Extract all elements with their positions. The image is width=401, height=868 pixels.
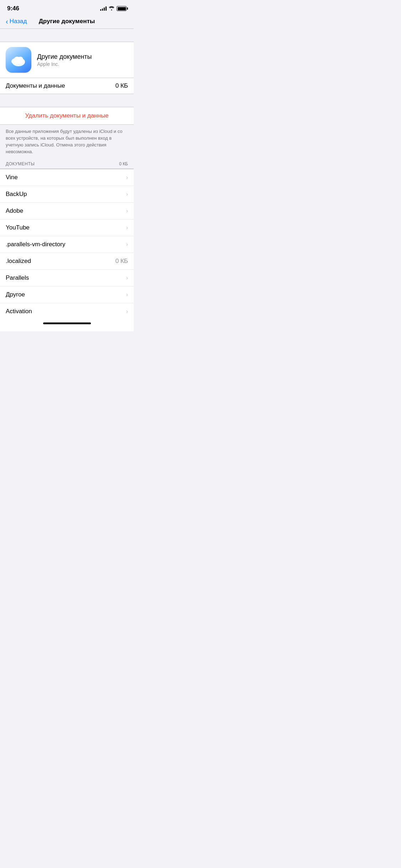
list-item-right: ›: [126, 308, 128, 315]
documents-header-label: ДОКУМЕНТЫ: [6, 161, 35, 166]
app-info-text: Другие документы Apple Inc.: [37, 53, 92, 67]
list-item-right: ›: [126, 208, 128, 214]
list-item[interactable]: BackUp›: [0, 186, 134, 203]
home-indicator: [43, 322, 91, 324]
list-item-label: Adobe: [6, 207, 23, 215]
app-icon: [6, 47, 31, 73]
list-item-right: ›: [126, 291, 128, 298]
list-item[interactable]: Activation›: [0, 303, 134, 320]
list-item-label: .localized: [6, 258, 31, 265]
chevron-right-icon: ›: [126, 174, 128, 181]
list-item[interactable]: Parallels›: [0, 270, 134, 286]
list-item[interactable]: .parallels-vm-directory›: [0, 236, 134, 253]
wifi-icon: [109, 6, 114, 11]
delete-button-label[interactable]: Удалить документы и данные: [25, 112, 108, 119]
delete-button-row[interactable]: Удалить документы и данные: [0, 107, 134, 125]
list-item-label: BackUp: [6, 191, 27, 198]
status-time: 9:46: [7, 5, 19, 12]
page-title: Другие документы: [39, 18, 95, 25]
chevron-right-icon: ›: [126, 208, 128, 214]
list-item-label: Parallels: [6, 274, 29, 281]
storage-row: Документы и данные 0 КБ: [0, 78, 134, 94]
chevron-right-icon: ›: [126, 275, 128, 281]
list-item-label: Vine: [6, 174, 18, 181]
back-chevron-icon: ‹: [6, 18, 8, 25]
signal-icon: [100, 6, 107, 11]
list-item-label: YouTube: [6, 224, 30, 231]
storage-value: 0 КБ: [115, 82, 128, 89]
section-gap-top: [0, 29, 134, 42]
list-item-right: ›: [126, 191, 128, 197]
app-developer: Apple Inc.: [37, 61, 92, 67]
list-item-right: ›: [126, 174, 128, 181]
storage-label: Документы и данные: [6, 82, 65, 89]
chevron-right-icon: ›: [126, 308, 128, 315]
list-item[interactable]: .localized0 КБ: [0, 253, 134, 270]
delete-description-text: Все данные приложения будут удалены из i…: [6, 128, 128, 155]
list-item[interactable]: YouTube›: [0, 219, 134, 236]
svg-point-4: [17, 57, 23, 62]
list-item-value: 0 КБ: [115, 258, 128, 265]
list-item[interactable]: Adobe›: [0, 203, 134, 219]
list-container: Vine›BackUp›Adobe›YouTube›.parallels-vm-…: [0, 169, 134, 320]
navigation-bar: ‹ Назад Другие документы: [0, 15, 134, 29]
chevron-right-icon: ›: [126, 224, 128, 231]
list-item-label: Activation: [6, 308, 32, 315]
back-button[interactable]: ‹ Назад: [6, 18, 27, 25]
list-item[interactable]: Vine›: [0, 169, 134, 186]
battery-icon: [117, 6, 127, 11]
delete-section: Удалить документы и данные Все данные пр…: [0, 107, 134, 169]
status-bar: 9:46: [0, 0, 134, 15]
back-label: Назад: [10, 18, 27, 25]
list-item-right: ›: [126, 275, 128, 281]
app-info-card: Другие документы Apple Inc.: [0, 42, 134, 78]
section-gap-middle: [0, 94, 134, 107]
chevron-right-icon: ›: [126, 191, 128, 197]
app-name: Другие документы: [37, 53, 92, 61]
chevron-right-icon: ›: [126, 241, 128, 248]
chevron-right-icon: ›: [126, 291, 128, 298]
list-item-right: ›: [126, 224, 128, 231]
documents-header-value: 0 КБ: [119, 161, 128, 166]
delete-description: Все данные приложения будут удалены из i…: [0, 125, 134, 159]
status-icons: [100, 6, 127, 11]
home-indicator-area: [0, 320, 134, 331]
list-item[interactable]: Другое›: [0, 286, 134, 303]
list-item-label: Другое: [6, 291, 25, 298]
list-item-right: ›: [126, 241, 128, 248]
list-item-label: .parallels-vm-directory: [6, 241, 65, 248]
documents-header-row: ДОКУМЕНТЫ 0 КБ: [0, 159, 134, 169]
list-item-right: 0 КБ: [115, 258, 128, 265]
